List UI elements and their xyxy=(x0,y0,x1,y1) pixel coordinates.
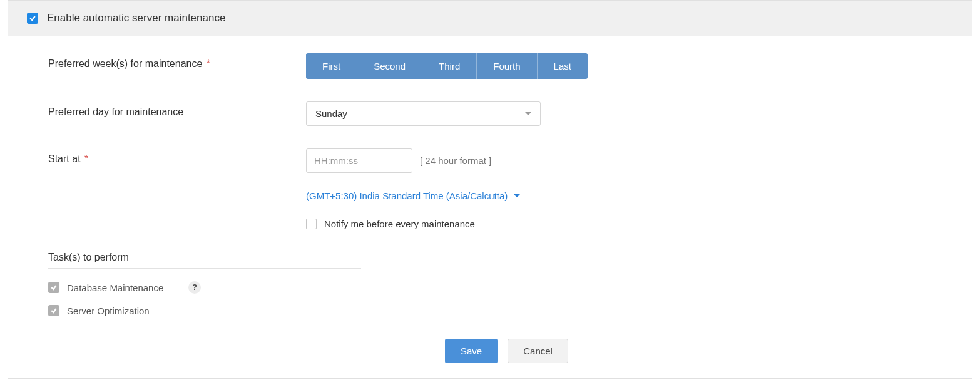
check-icon xyxy=(50,307,58,314)
maintenance-panel: Enable automatic server maintenance Pref… xyxy=(8,0,972,379)
task-checkbox-opt[interactable] xyxy=(48,305,59,316)
task-label: Database Maintenance xyxy=(67,282,163,293)
notify-label: Notify me before every maintenance xyxy=(324,219,475,229)
task-row: Server Optimization xyxy=(48,305,972,316)
day-label: Preferred day for maintenance xyxy=(48,101,306,118)
task-row: Database Maintenance ? xyxy=(48,281,972,294)
week-last[interactable]: Last xyxy=(538,53,588,79)
timezone-value: (GMT+5:30) India Standard Time (Asia/Cal… xyxy=(306,190,508,201)
footer-actions: Save Cancel xyxy=(48,339,972,363)
start-hint: [ 24 hour format ] xyxy=(420,155,491,166)
week-third[interactable]: Third xyxy=(422,53,477,79)
task-checkbox-db[interactable] xyxy=(48,282,59,293)
weeks-button-group: First Second Third Fourth Last xyxy=(306,53,588,79)
help-icon[interactable]: ? xyxy=(188,281,201,294)
enable-label: Enable automatic server maintenance xyxy=(47,12,225,24)
weeks-label: Preferred week(s) for maintenance * xyxy=(48,53,306,70)
cancel-button[interactable]: Cancel xyxy=(508,339,568,363)
notify-checkbox[interactable] xyxy=(306,219,317,229)
week-first[interactable]: First xyxy=(306,53,357,79)
tasks-section-title: Task(s) to perform xyxy=(48,252,361,269)
week-second[interactable]: Second xyxy=(357,53,422,79)
week-fourth[interactable]: Fourth xyxy=(477,53,537,79)
chevron-down-icon xyxy=(514,194,520,197)
required-mark: * xyxy=(82,153,89,164)
required-mark: * xyxy=(203,58,210,69)
enable-checkbox[interactable] xyxy=(27,13,38,24)
panel-body: Preferred week(s) for maintenance * Firs… xyxy=(8,36,972,378)
chevron-down-icon xyxy=(525,112,531,115)
save-button[interactable]: Save xyxy=(445,339,498,363)
start-label: Start at * xyxy=(48,148,306,165)
check-icon xyxy=(29,14,36,22)
day-select[interactable]: Sunday xyxy=(306,101,541,126)
timezone-select[interactable]: (GMT+5:30) India Standard Time (Asia/Cal… xyxy=(306,190,520,201)
panel-header: Enable automatic server maintenance xyxy=(8,1,972,36)
check-icon xyxy=(50,284,58,291)
start-time-input[interactable] xyxy=(306,148,412,173)
task-label: Server Optimization xyxy=(67,306,150,316)
day-value: Sunday xyxy=(315,108,347,119)
